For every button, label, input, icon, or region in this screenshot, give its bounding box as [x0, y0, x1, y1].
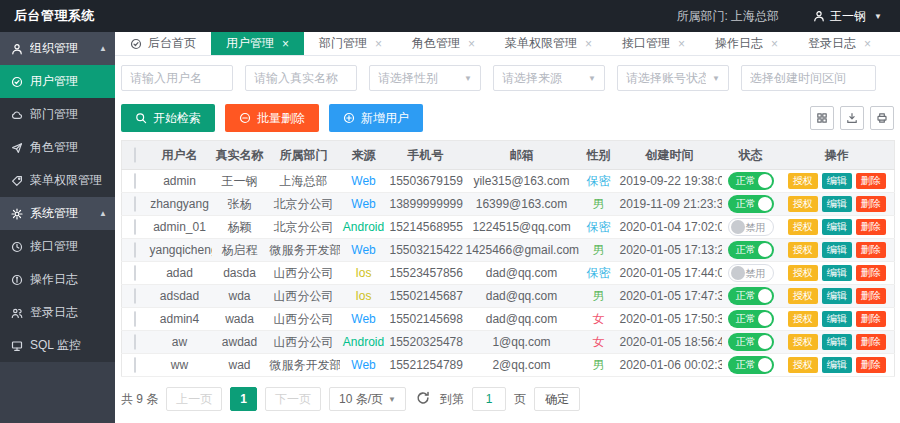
row-checkbox[interactable]	[134, 196, 136, 212]
columns-tool-button[interactable]	[810, 106, 834, 130]
del-button[interactable]: 删除	[856, 265, 886, 281]
actions-cell: 授权编辑删除	[780, 170, 895, 193]
tab-close-icon[interactable]: ×	[678, 37, 685, 51]
edit-button[interactable]: 编辑	[822, 242, 852, 258]
caret-up-icon[interactable]: ▲	[99, 44, 107, 53]
tab-SQL 监控[interactable]: SQL 监控×	[886, 32, 900, 55]
row-checkbox[interactable]	[134, 173, 136, 189]
del-button[interactable]: 删除	[856, 173, 886, 189]
search-button[interactable]: 开始检索	[121, 104, 215, 132]
current-username: 王一钢	[830, 8, 866, 25]
column-header-邮箱: 邮箱	[464, 141, 580, 170]
jump-page-input[interactable]	[472, 387, 506, 411]
status-filter[interactable]: 请选择账号状态▼	[617, 65, 729, 91]
source-cell: Ios	[340, 262, 388, 285]
page-size-select[interactable]: 10 条/页 ▼	[329, 387, 406, 411]
tab-close-icon[interactable]: ×	[585, 37, 592, 51]
del-button[interactable]: 删除	[856, 357, 886, 373]
row-checkbox[interactable]	[134, 311, 136, 327]
tab-close-icon[interactable]: ×	[864, 37, 871, 51]
sidebar-item-操作日志[interactable]: 操作日志	[0, 263, 115, 296]
created-range-filter[interactable]: 选择创建时间区间	[741, 65, 876, 91]
placeholder-text: 请选择账号状态	[626, 70, 706, 87]
auth-button[interactable]: 授权	[788, 265, 818, 281]
tab-close-icon[interactable]: ×	[771, 37, 778, 51]
user-menu[interactable]: 王一钢 ▼	[813, 8, 882, 25]
status-toggle[interactable]: 正常	[728, 287, 774, 305]
sidebar-item-用户管理[interactable]: 用户管理	[0, 65, 115, 98]
sidebar-item-接口管理[interactable]: 接口管理	[0, 230, 115, 263]
edit-button[interactable]: 编辑	[822, 173, 852, 189]
realname-filter[interactable]: 请输入真实名称	[245, 65, 357, 91]
status-toggle[interactable]: 正常	[728, 241, 774, 259]
edit-button[interactable]: 编辑	[822, 311, 852, 327]
tab-close-icon[interactable]: ×	[468, 37, 475, 51]
status-toggle[interactable]: 禁用	[728, 218, 774, 236]
gender-filter[interactable]: 请选择性别▼	[369, 65, 481, 91]
auth-button[interactable]: 授权	[788, 242, 818, 258]
status-toggle[interactable]: 正常	[728, 172, 774, 190]
prev-page-button[interactable]: 上一页	[166, 387, 222, 411]
status-toggle[interactable]: 正常	[728, 333, 774, 351]
status-toggle[interactable]: 正常	[728, 356, 774, 374]
status-toggle[interactable]: 正常	[728, 195, 774, 213]
auth-button[interactable]: 授权	[788, 173, 818, 189]
add-user-button[interactable]: 新增用户	[329, 104, 423, 132]
del-button[interactable]: 删除	[856, 242, 886, 258]
print-tool-button[interactable]	[870, 106, 894, 130]
tab-角色管理[interactable]: 角色管理×	[397, 32, 490, 55]
auth-button[interactable]: 授权	[788, 196, 818, 212]
export-tool-button[interactable]	[840, 106, 864, 130]
edit-button[interactable]: 编辑	[822, 334, 852, 350]
username-filter[interactable]: 请输入用户名	[121, 65, 233, 91]
del-button[interactable]: 删除	[856, 196, 886, 212]
tab-操作日志[interactable]: 操作日志×	[700, 32, 793, 55]
row-checkbox[interactable]	[134, 357, 136, 373]
edit-button[interactable]: 编辑	[822, 357, 852, 373]
sidebar-item-系统管理[interactable]: 系统管理▲	[0, 197, 115, 230]
del-button[interactable]: 删除	[856, 288, 886, 304]
status-toggle[interactable]: 禁用	[728, 264, 774, 282]
del-button[interactable]: 删除	[856, 219, 886, 235]
tab-close-icon[interactable]: ×	[375, 37, 382, 51]
auth-button[interactable]: 授权	[788, 288, 818, 304]
tab-用户管理[interactable]: 用户管理×	[211, 32, 304, 55]
caret-up-icon[interactable]: ▲	[99, 209, 107, 218]
sidebar-item-组织管理[interactable]: 组织管理▲	[0, 32, 115, 65]
auth-button[interactable]: 授权	[788, 334, 818, 350]
row-checkbox[interactable]	[134, 265, 136, 281]
edit-button[interactable]: 编辑	[822, 265, 852, 281]
page-number-1[interactable]: 1	[230, 387, 257, 411]
select-all-checkbox[interactable]	[134, 147, 136, 163]
batch-delete-button[interactable]: 批量删除	[225, 104, 319, 132]
status-toggle[interactable]: 正常	[728, 310, 774, 328]
sidebar-item-部门管理[interactable]: 部门管理	[0, 98, 115, 131]
tab-登录日志[interactable]: 登录日志×	[793, 32, 886, 55]
del-button[interactable]: 删除	[856, 334, 886, 350]
row-checkbox[interactable]	[134, 219, 136, 235]
row-checkbox[interactable]	[134, 242, 136, 258]
sidebar-item-SQL 监控[interactable]: SQL 监控	[0, 329, 115, 362]
row-checkbox[interactable]	[134, 288, 136, 304]
sidebar-item-登录日志[interactable]: 登录日志	[0, 296, 115, 329]
tab-close-icon[interactable]: ×	[282, 37, 289, 51]
tab-后台首页[interactable]: 后台首页	[115, 32, 211, 55]
edit-button[interactable]: 编辑	[822, 196, 852, 212]
tab-菜单权限管理[interactable]: 菜单权限管理×	[490, 32, 607, 55]
tab-接口管理[interactable]: 接口管理×	[607, 32, 700, 55]
refresh-button[interactable]	[414, 391, 432, 408]
confirm-button[interactable]: 确定	[534, 387, 580, 411]
auth-button[interactable]: 授权	[788, 357, 818, 373]
edit-button[interactable]: 编辑	[822, 219, 852, 235]
jump-suffix-label: 页	[514, 391, 526, 408]
sidebar-item-角色管理[interactable]: 角色管理	[0, 131, 115, 164]
del-button[interactable]: 删除	[856, 311, 886, 327]
next-page-button[interactable]: 下一页	[265, 387, 321, 411]
row-checkbox[interactable]	[134, 334, 136, 350]
source-filter[interactable]: 请选择来源▼	[493, 65, 605, 91]
auth-button[interactable]: 授权	[788, 311, 818, 327]
sidebar-item-菜单权限管理[interactable]: 菜单权限管理	[0, 164, 115, 197]
tab-部门管理[interactable]: 部门管理×	[304, 32, 397, 55]
auth-button[interactable]: 授权	[788, 219, 818, 235]
edit-button[interactable]: 编辑	[822, 288, 852, 304]
